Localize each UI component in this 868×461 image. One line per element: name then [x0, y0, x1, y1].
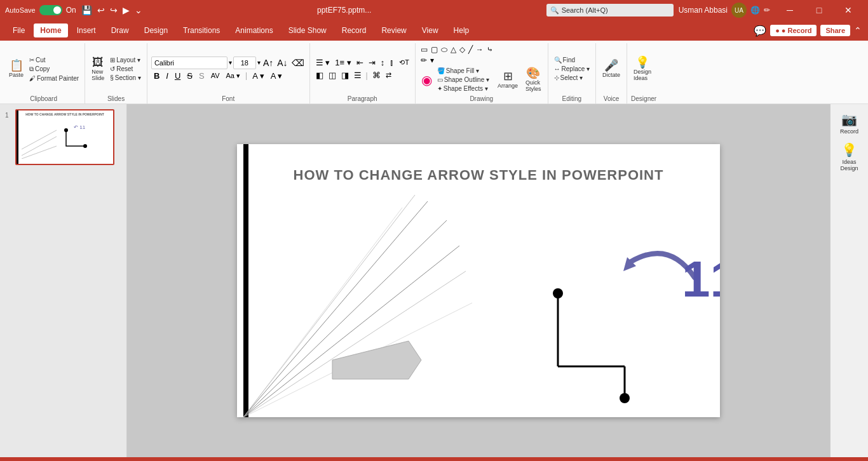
align-center-button[interactable]: ◫ — [327, 69, 338, 81]
canvas-area[interactable]: HOW TO CHANGE ARROW STYLE IN POWERPOINT — [127, 104, 830, 457]
font-size-input[interactable] — [233, 57, 256, 69]
menu-home[interactable]: Home — [34, 23, 67, 37]
arrange-button[interactable]: ⊞ Arrange — [495, 69, 520, 90]
shape-oval[interactable]: ⬭ — [440, 44, 449, 55]
layout-button[interactable]: ⊞ Layout ▾ — [108, 56, 143, 64]
shape-line[interactable]: ╱ — [467, 44, 474, 55]
columns-button[interactable]: ⫿ — [388, 57, 396, 69]
menu-design[interactable]: Design — [138, 23, 174, 37]
shape-diamond[interactable]: ◇ — [458, 44, 466, 55]
shape-styles-button[interactable]: ◉ — [419, 71, 434, 89]
svg-line-1 — [22, 137, 57, 156]
save-icon[interactable]: 💾 — [81, 5, 92, 15]
maximize-button[interactable]: □ — [804, 0, 834, 20]
slide-canvas[interactable]: HOW TO CHANGE ARROW STYLE IN POWERPOINT — [237, 144, 720, 417]
font-name-dropdown-icon[interactable]: ▾ — [229, 59, 232, 66]
convert-button[interactable]: ⇄ — [384, 70, 393, 81]
strikethrough-button[interactable]: S — [184, 70, 195, 82]
comments-icon[interactable]: 💬 — [754, 25, 766, 37]
paste-button[interactable]: 📋 Paste — [6, 58, 26, 79]
shapes-row: ▭ ▢ ⬭ △ ◇ ╱ → ⤷ ✏ ▾ — [419, 44, 496, 65]
shape-options-col: 🪣 Shape Fill ▾ ▭ Shape Outline ▾ ✦ Shape… — [435, 67, 491, 93]
increase-font-icon[interactable]: A↑ — [262, 57, 275, 69]
shape-arrow[interactable]: → — [475, 44, 485, 55]
shape-connector[interactable]: ⤷ — [485, 44, 494, 55]
user-avatar[interactable]: UA — [731, 3, 747, 18]
menu-record[interactable]: Record — [336, 23, 373, 37]
menu-view[interactable]: View — [416, 23, 445, 37]
menu-slideshow[interactable]: Slide Show — [282, 23, 333, 37]
menu-file[interactable]: File — [6, 23, 31, 37]
quick-styles-button[interactable]: 🎨 QuickStyles — [523, 66, 544, 93]
customize-icon[interactable]: ⌄ — [135, 5, 142, 15]
shape-effects-button[interactable]: ✦ Shape Effects ▾ — [435, 84, 491, 93]
format-painter-button[interactable]: 🖌 Format Painter — [27, 74, 81, 83]
close-button[interactable]: ✕ — [834, 0, 863, 20]
present-icon[interactable]: ▶ — [123, 5, 130, 15]
justify-button[interactable]: ☰ — [352, 69, 363, 81]
replace-icon: ↔ — [554, 65, 560, 72]
increase-indent-button[interactable]: ⇥ — [367, 57, 377, 69]
shape-round-rect[interactable]: ▢ — [430, 44, 439, 55]
menu-insert[interactable]: Insert — [71, 23, 102, 37]
design-ideas-button[interactable]: 💡 DesignIdeas — [631, 55, 654, 83]
paste-label: Paste — [9, 72, 24, 78]
shape-fill-button[interactable]: 🪣 Shape Fill ▾ — [435, 67, 491, 75]
share-button[interactable]: Share — [820, 25, 850, 36]
decrease-indent-button[interactable]: ⇤ — [355, 57, 365, 69]
clear-format-icon[interactable]: ⌫ — [290, 57, 306, 69]
redo-icon[interactable]: ↪ — [110, 5, 118, 15]
ink-icon[interactable]: ✏ — [764, 6, 770, 15]
dictate-button[interactable]: 🎤 Dictate — [600, 58, 623, 79]
menu-animations[interactable]: Animations — [229, 23, 279, 37]
font-size-dropdown-icon[interactable]: ▾ — [257, 59, 261, 66]
shape-rect[interactable]: ▭ — [419, 44, 429, 55]
menu-draw[interactable]: Draw — [105, 23, 135, 37]
addon-icon[interactable]: 🌐 — [750, 6, 760, 15]
font-name-input[interactable] — [151, 57, 227, 69]
undo-icon[interactable]: ↩ — [97, 5, 105, 15]
shape-freeform[interactable]: ✏ — [419, 55, 428, 65]
align-left-button[interactable]: ◧ — [314, 69, 325, 81]
bold-button[interactable]: B — [151, 70, 162, 82]
align-right-button[interactable]: ◨ — [339, 69, 351, 81]
smartart-button[interactable]: ⌘ — [370, 69, 383, 81]
minimize-button[interactable]: ─ — [775, 0, 804, 20]
editing-label: Editing — [552, 93, 592, 104]
shape-more[interactable]: ▾ — [429, 55, 435, 65]
design-ideas-panel-icon: 💡 — [841, 142, 857, 157]
font-color-button[interactable]: A ▾ — [250, 70, 267, 82]
numbering-button[interactable]: 1≡ ▾ — [333, 57, 353, 69]
new-slide-button[interactable]: 🖼 NewSlide — [89, 55, 107, 83]
copy-button[interactable]: ⧉ Copy — [27, 65, 81, 74]
shape-triangle[interactable]: △ — [449, 44, 458, 55]
replace-button[interactable]: ↔ Replace ▾ — [552, 65, 592, 73]
line-spacing-button[interactable]: ↕ — [379, 57, 387, 69]
menu-transitions[interactable]: Transitions — [177, 23, 226, 37]
find-button[interactable]: 🔍 Find — [552, 56, 592, 64]
svg-text:11: 11 — [682, 251, 720, 307]
italic-button[interactable]: I — [163, 70, 171, 82]
record-panel-button[interactable]: 📷 Record — [833, 109, 866, 137]
shape-outline-button[interactable]: ▭ Shape Outline ▾ — [435, 76, 491, 84]
bullets-button[interactable]: ☰ ▾ — [314, 57, 332, 69]
section-button[interactable]: § Section ▾ — [108, 74, 143, 82]
highlight-button[interactable]: A ▾ — [268, 70, 285, 82]
design-ideas-panel-button[interactable]: 💡 Ideas Design — [833, 140, 866, 174]
case-button[interactable]: Aa ▾ — [223, 70, 243, 81]
shadow-button[interactable]: S — [196, 70, 207, 82]
record-button-top[interactable]: ● ● Record — [770, 25, 817, 36]
slide-1-thumbnail[interactable]: HOW TO CHANGE ARROW STYLE IN POWERPOINT … — [15, 109, 114, 165]
decrease-font-icon[interactable]: A↓ — [276, 57, 288, 69]
underline-button[interactable]: U — [172, 70, 183, 82]
collapse-ribbon-icon[interactable]: ⌃ — [854, 25, 862, 36]
cut-button[interactable]: ✂ Cut — [27, 56, 81, 64]
search-box[interactable]: 🔍 Search (Alt+Q) — [546, 4, 674, 17]
menu-help[interactable]: Help — [447, 23, 476, 37]
reset-button[interactable]: ↺ Reset — [108, 65, 143, 73]
menu-review[interactable]: Review — [375, 23, 412, 37]
spacing-button[interactable]: AV — [208, 70, 222, 81]
autosave-toggle[interactable] — [39, 5, 62, 15]
text-direction-button[interactable]: ⟲T — [397, 57, 411, 68]
select-button[interactable]: ⊹ Select ▾ — [552, 74, 592, 82]
